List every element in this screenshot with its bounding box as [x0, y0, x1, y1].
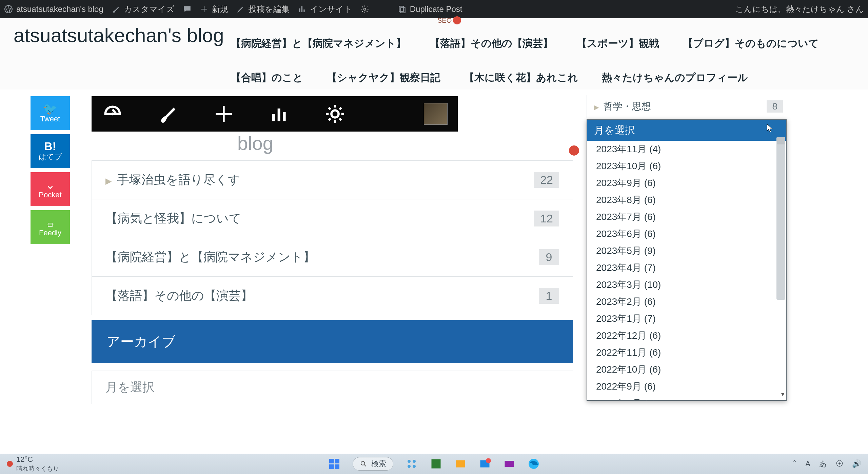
wifi-icon[interactable]: ⦿ — [836, 459, 843, 468]
dropdown-option[interactable]: 2023年1月 (7) — [587, 310, 786, 327]
wordpress-icon — [4, 5, 13, 14]
windows-start-icon[interactable] — [328, 458, 340, 470]
nav-item[interactable]: 【病院経営】と【病院マネジメント】 — [231, 37, 406, 51]
category-list: ▶手塚治虫を語り尽くす 22 【病気と怪我】について 12 【病院経営】と【病院… — [92, 160, 573, 315]
admin-greeting[interactable]: こんにちは、熱々たけちゃん さん — [735, 4, 864, 15]
dropdown-option[interactable]: 2023年10月 (6) — [587, 158, 786, 175]
taskbar-temp: 12°C — [16, 455, 33, 463]
customize-toolbar — [92, 96, 458, 132]
admin-customize-label: カスタマイズ — [124, 4, 175, 15]
svg-rect-6 — [329, 459, 334, 463]
chevron-up-icon[interactable]: ˄ — [793, 459, 796, 468]
dropdown-option[interactable]: 2023年5月 (9) — [587, 242, 786, 259]
dashboard-icon[interactable] — [102, 103, 123, 125]
dropdown-option[interactable]: 2023年8月 (6) — [587, 192, 786, 209]
dropdown-option[interactable]: 2022年8月 (8) — [587, 395, 786, 400]
triangle-right-icon: ▶ — [105, 176, 112, 185]
ime-kana[interactable]: あ — [819, 459, 827, 469]
taskbar-app-icon[interactable] — [479, 458, 491, 470]
taskbar-app-icon[interactable] — [406, 458, 418, 470]
admin-new-label: 新規 — [212, 4, 228, 15]
dropdown-option[interactable]: 2023年6月 (6) — [587, 225, 786, 242]
brush-large-icon[interactable] — [157, 103, 179, 125]
plus-large-icon[interactable] — [213, 103, 235, 125]
svg-point-12 — [413, 460, 416, 463]
twitter-icon: 🐦 — [43, 103, 57, 115]
wp-admin-bar: atsuatsutakechan's blog カスタマイズ 新規 投稿を編集 … — [0, 0, 868, 18]
svg-rect-2 — [399, 6, 403, 11]
dropdown-option[interactable]: 2022年9月 (6) — [587, 378, 786, 395]
edge-icon[interactable] — [528, 458, 540, 470]
copy-icon — [398, 5, 407, 14]
category-row[interactable]: 【病気と怪我】について 12 — [92, 199, 573, 238]
admin-insight[interactable]: インサイト — [298, 4, 352, 15]
sidebar-category-row[interactable]: ▶哲学・思想 8 — [587, 95, 790, 118]
nav-item[interactable]: 【落語】その他の【演芸】 — [430, 37, 553, 51]
dropdown-option[interactable]: 2022年10月 (6) — [587, 361, 786, 378]
user-avatar[interactable] — [424, 103, 448, 125]
dropdown-option[interactable]: 2022年11月 (6) — [587, 344, 786, 361]
pocket-label: Pocket — [39, 191, 61, 199]
admin-customize[interactable]: カスタマイズ — [112, 4, 175, 15]
admin-duplicate[interactable]: Duplicate Post — [398, 4, 462, 14]
hatebu-button[interactable]: B! はてブ — [31, 134, 70, 168]
svg-rect-9 — [335, 465, 340, 469]
bars-icon — [298, 5, 307, 14]
dropdown-option[interactable]: 2023年9月 (6) — [587, 175, 786, 192]
admin-gear[interactable] — [360, 5, 369, 14]
svg-point-11 — [408, 460, 411, 463]
archive-month-dropdown[interactable]: 月を選択 ▴ 2023年11月 (4)2023年10月 (6)2023年9月 (… — [587, 119, 787, 401]
seo-alert-icon — [569, 145, 579, 156]
category-row[interactable]: 【落語】その他の【演芸】 1 — [92, 277, 573, 315]
site-header: SEO atsuatsutakechan's blog 【病院経営】と【病院マネ… — [0, 18, 868, 90]
scroll-down-icon[interactable]: ▾ — [781, 391, 784, 398]
gear-icon — [360, 5, 369, 14]
dropdown-option[interactable]: 2023年4月 (7) — [587, 259, 786, 276]
dropdown-option[interactable]: 2023年3月 (10) — [587, 276, 786, 293]
taskbar-app-icon[interactable] — [503, 458, 515, 470]
taskbar-center: 検索 — [328, 457, 540, 471]
seo-badge: SEO — [437, 16, 461, 24]
svg-point-5 — [331, 110, 338, 117]
tweet-label: Tweet — [40, 115, 60, 123]
dropdown-option[interactable]: 2023年7月 (6) — [587, 209, 786, 225]
pocket-button[interactable]: ⌄ Pocket — [31, 172, 70, 206]
admin-edit-post[interactable]: 投稿を編集 — [236, 4, 290, 15]
volume-icon[interactable]: 🔊 — [852, 459, 861, 468]
dropdown-option[interactable]: 2023年2月 (6) — [587, 293, 786, 310]
nav-item[interactable]: 【合唱】のこと — [231, 71, 303, 85]
search-icon — [360, 460, 367, 468]
hatebu-label: はてブ — [39, 152, 62, 162]
dropdown-selected[interactable]: 月を選択 — [587, 120, 786, 141]
nav-item[interactable]: 【ブログ】そのものについて — [683, 37, 819, 51]
primary-nav: 【病院経営】と【病院マネジメント】 【落語】その他の【演芸】 【スポーツ】観戦 … — [231, 24, 858, 85]
site-title[interactable]: atsuatsutakechan's blog — [14, 24, 224, 46]
ime-a[interactable]: A — [805, 459, 810, 468]
dropdown-option[interactable]: 2023年11月 (4) — [587, 141, 786, 158]
gear-large-icon[interactable] — [324, 103, 346, 125]
dropdown-option[interactable]: 2022年12月 (6) — [587, 327, 786, 344]
admin-new[interactable]: 新規 — [200, 4, 228, 15]
stats-icon[interactable] — [269, 103, 290, 125]
admin-comments[interactable] — [183, 5, 192, 14]
nav-item[interactable]: 【シャクヤク】観察日記 — [327, 71, 440, 85]
svg-rect-16 — [456, 460, 465, 468]
nav-item[interactable]: 熱々たけちゃんのプロフィール — [602, 71, 748, 85]
archive-select[interactable]: 月を選択 — [92, 371, 573, 404]
category-row[interactable]: ▶手塚治虫を語り尽くす 22 — [92, 161, 573, 199]
taskbar-app-icon[interactable] — [430, 458, 442, 470]
category-row[interactable]: 【病院経営】と【病院マネジメント】 9 — [92, 238, 573, 277]
taskbar-weather[interactable]: 12°C 晴れ時々くもり — [7, 455, 59, 473]
tweet-button[interactable]: 🐦 Tweet — [31, 96, 70, 130]
taskbar-search[interactable]: 検索 — [353, 457, 393, 471]
nav-item[interactable]: 【木に咲く花】あれこれ — [464, 71, 578, 85]
admin-insight-label: インサイト — [310, 4, 352, 15]
nav-item[interactable]: 【スポーツ】観戦 — [577, 37, 659, 51]
admin-site-link[interactable]: atsuatsutakechan's blog — [4, 4, 103, 14]
svg-point-10 — [361, 461, 365, 465]
svg-point-14 — [413, 465, 416, 468]
scrollbar-thumb[interactable] — [776, 137, 785, 300]
dropdown-listbox[interactable]: 2023年11月 (4)2023年10月 (6)2023年9月 (6)2023年… — [587, 141, 786, 400]
taskbar-app-icon[interactable] — [454, 458, 467, 470]
feedly-button[interactable]: ⏛ Feedly — [31, 210, 70, 244]
